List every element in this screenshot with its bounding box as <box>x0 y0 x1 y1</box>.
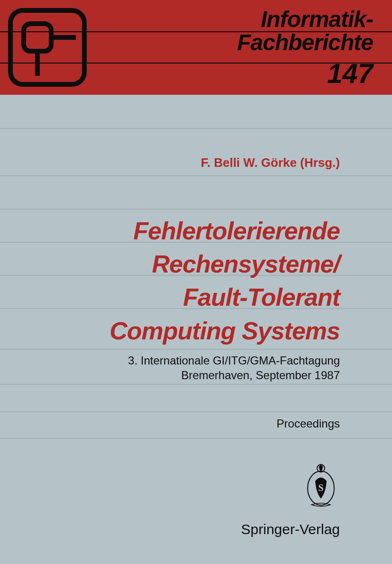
editors: F. Belli W. Görke (Hrsg.) <box>201 155 340 170</box>
proceedings-label: Proceedings <box>277 417 340 430</box>
svg-rect-0 <box>10 10 84 84</box>
rule <box>0 128 392 129</box>
rule <box>0 209 392 209</box>
rule <box>0 384 392 385</box>
title-line-2: Rechensysteme/ <box>109 247 340 281</box>
header-band: Informatik- Fachberichte 147 <box>0 0 392 95</box>
rule <box>0 349 392 350</box>
series-title-block: Informatik- Fachberichte 147 <box>95 0 392 95</box>
series-logo <box>0 0 95 95</box>
subtitle-line-2: Bremerhaven, September 1987 <box>128 368 340 382</box>
publisher-name: Springer-Verlag <box>241 521 340 537</box>
series-name-line1: Informatik- <box>95 6 373 32</box>
svg-rect-1 <box>24 24 51 51</box>
subtitle-line-1: 3. Internationale GI/ITG/GMA-Fachtagung <box>128 353 340 368</box>
book-title: Fehlertolerierende Rechensysteme/ Fault-… <box>109 214 340 347</box>
rule <box>0 175 392 176</box>
rule <box>0 411 392 412</box>
title-line-1: Fehlertolerierende <box>109 214 340 247</box>
series-number: 147 <box>95 57 373 89</box>
svg-text:S: S <box>318 482 323 493</box>
rule <box>0 438 392 439</box>
series-name-line2: Fachberichte <box>95 29 373 55</box>
springer-logo-icon: S <box>302 460 340 512</box>
title-line-4: Computing Systems <box>109 314 340 347</box>
cover-body: F. Belli W. Görke (Hrsg.) Fehlertolerier… <box>0 95 392 564</box>
subtitle: 3. Internationale GI/ITG/GMA-Fachtagung … <box>128 353 340 382</box>
title-line-3: Fault-Tolerant <box>109 281 340 314</box>
